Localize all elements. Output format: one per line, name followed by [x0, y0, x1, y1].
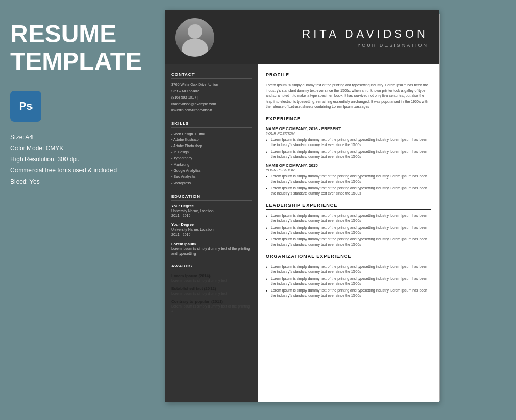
meta-bleed: Bleed: Yes — [10, 176, 150, 188]
sidebar-awards-title: AWARDS — [171, 264, 252, 270]
skill-item: Web Design + Html — [171, 131, 252, 137]
experience-title: EXPERIENCE — [266, 116, 431, 123]
leadership-bullets: Lorem Ipsum is simply dummy text of the … — [266, 213, 431, 248]
resume-body: CONTACT 3766 White Oak Drive, Union Star… — [165, 64, 439, 402]
skill-item: Adobe Illustrator — [171, 137, 252, 143]
meta-resolution: High Resolution. 300 dpi. — [10, 154, 150, 166]
bullet-item: Lorem Ipsum is simply dummy text of the … — [266, 276, 431, 287]
bullet-item: Lorem Ipsum is simply dummy text of the … — [266, 137, 431, 148]
meta-size: Size: A4 — [10, 132, 150, 143]
skill-item: Typography — [171, 155, 252, 161]
meta-info: Size: A4 Color Mode: CMYK High Resolutio… — [10, 132, 150, 188]
resume-doc-wrapper: RITA DAVIDSON YOUR DESIGNATION CONTACT 3… — [165, 10, 506, 413]
skill-item: In Design — [171, 149, 252, 155]
org-bullets: Lorem Ipsum is simply dummy text of the … — [266, 264, 431, 299]
meta-fonts: Commercial free fonts used & included — [10, 165, 150, 176]
left-panel: RESUME TEMPLATE Ps Size: A4 Color Mode: … — [0, 0, 160, 420]
profile-photo — [175, 18, 214, 57]
bullet-item: Lorem Ipsum is simply dummy text of the … — [266, 264, 431, 275]
resume-header: RITA DAVIDSON YOUR DESIGNATION — [165, 10, 439, 64]
skill-item: Marketing — [171, 161, 252, 168]
bullet-item: Lorem Ipsum is simply dummy text of the … — [266, 174, 431, 185]
resume-title: RESUME TEMPLATE — [10, 21, 150, 75]
exp-bullets: Lorem Ipsum is simply dummy text of the … — [266, 174, 431, 197]
edu-item: Lorem Ipsum Lorem Ipsum is simply dummy … — [171, 241, 252, 256]
profile-text: Lorem Ipsum is simply dummy text of the … — [266, 83, 431, 110]
header-name: RITA DAVIDSON — [224, 27, 428, 41]
leadership-section: LEADERSHIP EXPERIENCE Lorem Ipsum is sim… — [266, 203, 431, 248]
header-name-block: RITA DAVIDSON YOUR DESIGNATION — [224, 27, 428, 48]
bullet-item: Lorem Ipsum is simply dummy text of the … — [266, 149, 431, 160]
leadership-title: LEADERSHIP EXPERIENCE — [266, 203, 431, 210]
exp-bullets: Lorem Ipsum is simply dummy text of the … — [266, 137, 431, 160]
experience-section: EXPERIENCE NAME OF COMPANY, 2016 - PRESE… — [266, 116, 431, 197]
edu-item: Your Degree University Name, Location 20… — [171, 204, 252, 219]
edu-item: Your Degree University Name, Location 20… — [171, 222, 252, 237]
bullet-item: Lorem Ipsum is simply dummy text of the … — [266, 225, 431, 236]
bullet-item: Lorem Ipsum is simply dummy text of the … — [266, 288, 431, 299]
bullet-item: Lorem Ipsum is simply dummy text of the … — [266, 237, 431, 248]
header-designation: YOUR DESIGNATION — [224, 43, 428, 48]
bullet-item: Lorem Ipsum is simply dummy text of the … — [266, 213, 431, 224]
skill-item: Google Analytics — [171, 168, 252, 174]
skill-item: Adobe Photoshop — [171, 143, 252, 149]
main-content: PROFILE Lorem Ipsum is simply dummy text… — [258, 64, 439, 402]
profile-section: PROFILE Lorem Ipsum is simply dummy text… — [266, 72, 431, 110]
sidebar-education-section: EDUCATION Your Degree University Name, L… — [171, 194, 252, 256]
exp-item: NAME OF COMPANY, 2015 YOUR POSITION Lore… — [266, 163, 431, 197]
sidebar-awards-section: AWARDS Lorem Ipsum (2014) Lorem Ipsum is… — [171, 264, 252, 314]
awards-item: Contrary to popular (2011) Lorem Ipsum i… — [171, 299, 252, 314]
org-title: ORGANIZATIONAL EXPERIENCE — [266, 254, 431, 261]
awards-item: Established fact (2012) Lorem Ipsum is s… — [171, 286, 252, 296]
resume-doc: RITA DAVIDSON YOUR DESIGNATION CONTACT 3… — [165, 10, 439, 402]
meta-color: Color Mode: CMYK — [10, 143, 150, 154]
sidebar-contact-title: CONTACT — [171, 72, 252, 79]
org-section: ORGANIZATIONAL EXPERIENCE Lorem Ipsum is… — [266, 254, 431, 299]
profile-title: PROFILE — [266, 72, 431, 79]
awards-item: Lorem Ipsum (2014) Lorem Ipsum is simply… — [171, 273, 252, 283]
bullet-item: Lorem Ipsum is simply dummy text of the … — [266, 186, 431, 197]
sidebar-education-title: EDUCATION — [171, 194, 252, 201]
profile-photo-inner — [175, 18, 214, 57]
ps-badge: Ps — [10, 91, 41, 122]
skill-item: Seo Analysits — [171, 174, 252, 180]
sidebar-contact-text: 3766 White Oak Drive, Union Star – MO 65… — [171, 82, 252, 114]
sidebar-skills-title: SKILLS — [171, 121, 252, 128]
skill-item: Wordpress — [171, 180, 252, 186]
sidebar-skills-section: SKILLS Web Design + Html Adobe Illustrat… — [171, 121, 252, 186]
sidebar: CONTACT 3766 White Oak Drive, Union Star… — [165, 64, 258, 402]
sidebar-skills-list: Web Design + Html Adobe Illustrator Adob… — [171, 131, 252, 186]
sidebar-contact-section: CONTACT 3766 White Oak Drive, Union Star… — [171, 72, 252, 114]
exp-item: NAME OF COMPANY, 2016 - PRESENT YOUR POS… — [266, 126, 431, 160]
